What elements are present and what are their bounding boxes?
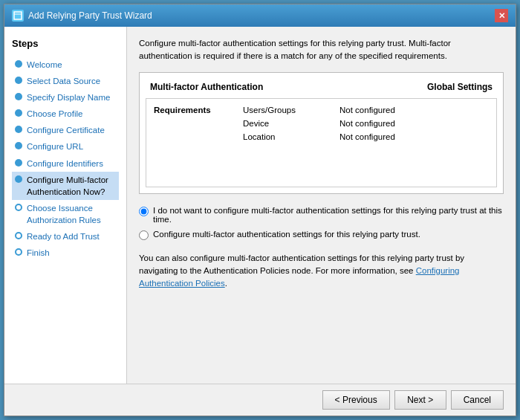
sidebar-item-5[interactable]: Configure URL [12, 138, 119, 155]
main-panel: Configure multi-factor authentication se… [127, 27, 516, 384]
step-dot-6 [15, 159, 22, 167]
sidebar-item-2[interactable]: Specify Display Name [12, 89, 119, 106]
sidebar-item-label-2: Specify Display Name [27, 91, 116, 103]
previous-button[interactable]: < Previous [322, 390, 390, 410]
sidebar-item-label-3: Choose Profile [27, 108, 116, 120]
mfa-status-2: Not configured [339, 132, 395, 141]
mfa-req-label-0: Requirements [154, 106, 243, 114]
sidebar-item-label-0: Welcome [27, 59, 116, 71]
sidebar: Steps WelcomeSelect Data SourceSpecify D… [4, 27, 127, 384]
radio-input-1[interactable] [139, 207, 149, 216]
step-dot-5 [15, 142, 22, 149]
info-paragraph: You can also configure multi-factor auth… [139, 252, 504, 291]
mfa-row-0: RequirementsUsers/GroupsNot configured [154, 103, 489, 117]
sidebar-items-container: WelcomeSelect Data SourceSpecify Display… [12, 56, 119, 261]
sidebar-heading: Steps [12, 38, 119, 49]
step-dot-8 [15, 204, 22, 211]
next-button[interactable]: Next > [394, 390, 446, 410]
info-text-after: . [225, 279, 227, 288]
sidebar-item-7[interactable]: Configure Multi-factor Authentication No… [12, 172, 119, 200]
svg-rect-0 [14, 12, 22, 19]
content-area: Steps WelcomeSelect Data SourceSpecify D… [4, 27, 516, 384]
mfa-row-2: LocationNot configured [154, 130, 489, 143]
wizard-window: Add Relying Party Trust Wizard ✕ Steps W… [4, 4, 516, 416]
step-dot-2 [15, 93, 22, 100]
radio-group: I do not want to configure multi-factor … [139, 206, 504, 240]
sidebar-item-label-6: Configure Identifiers [27, 158, 116, 169]
sidebar-item-6[interactable]: Configure Identifiers [12, 155, 119, 172]
radio-label-1: I do not want to configure multi-factor … [153, 206, 504, 224]
mfa-type-0: Users/Groups [243, 106, 339, 114]
sidebar-item-label-10: Finish [27, 247, 116, 259]
titlebar: Add Relying Party Trust Wizard ✕ [4, 4, 516, 27]
step-dot-7 [15, 175, 22, 183]
window-title: Add Relying Party Trust Wizard [28, 10, 152, 21]
intro-text: Configure multi-factor authentication se… [139, 37, 504, 63]
step-dot-9 [15, 232, 22, 239]
radio-input-2[interactable] [139, 230, 149, 240]
mfa-rows-container: RequirementsUsers/GroupsNot configuredDe… [154, 103, 489, 143]
sidebar-item-1[interactable]: Select Data Source [12, 73, 119, 89]
sidebar-item-label-4: Configure Certificate [27, 124, 116, 136]
sidebar-item-label-9: Ready to Add Trust [27, 230, 116, 242]
mfa-type-2: Location [243, 132, 339, 141]
step-dot-1 [15, 77, 22, 84]
mfa-header-left: Multi-factor Authentication [150, 82, 263, 92]
mfa-status-0: Not configured [339, 106, 395, 114]
mfa-status-1: Not configured [339, 119, 395, 128]
cancel-button[interactable]: Cancel [451, 390, 504, 410]
close-button[interactable]: ✕ [495, 9, 508, 22]
mfa-table: Multi-factor Authentication Global Setti… [139, 72, 504, 194]
sidebar-item-3[interactable]: Choose Profile [12, 106, 119, 122]
radio-option-2[interactable]: Configure multi-factor authentication se… [139, 230, 504, 240]
mfa-table-body: RequirementsUsers/GroupsNot configuredDe… [146, 98, 497, 187]
sidebar-item-label-7: Configure Multi-factor Authentication No… [27, 174, 116, 198]
radio-label-2: Configure multi-factor authentication se… [153, 230, 420, 239]
app-icon [12, 10, 24, 22]
mfa-req-label-2 [154, 132, 243, 141]
sidebar-item-8[interactable]: Choose Issuance Authorization Rules [12, 200, 119, 228]
mfa-type-1: Device [243, 119, 339, 128]
titlebar-left: Add Relying Party Trust Wizard [12, 10, 152, 22]
sidebar-item-9[interactable]: Ready to Add Trust [12, 228, 119, 245]
sidebar-item-0[interactable]: Welcome [12, 56, 119, 73]
mfa-header-right: Global Settings [427, 82, 493, 92]
mfa-table-header: Multi-factor Authentication Global Setti… [146, 79, 497, 98]
sidebar-item-10[interactable]: Finish [12, 245, 119, 261]
sidebar-item-label-5: Configure URL [27, 140, 116, 152]
mfa-row-1: DeviceNot configured [154, 117, 489, 130]
step-dot-4 [15, 126, 22, 133]
step-dot-3 [15, 109, 22, 117]
radio-option-1[interactable]: I do not want to configure multi-factor … [139, 206, 504, 224]
sidebar-item-label-8: Choose Issuance Authorization Rules [27, 202, 116, 226]
sidebar-item-4[interactable]: Configure Certificate [12, 122, 119, 138]
step-dot-10 [15, 248, 22, 256]
step-dot-0 [15, 60, 22, 68]
bottom-bar: < Previous Next > Cancel [4, 384, 516, 416]
sidebar-item-label-1: Select Data Source [27, 75, 116, 87]
mfa-req-label-1 [154, 119, 243, 128]
